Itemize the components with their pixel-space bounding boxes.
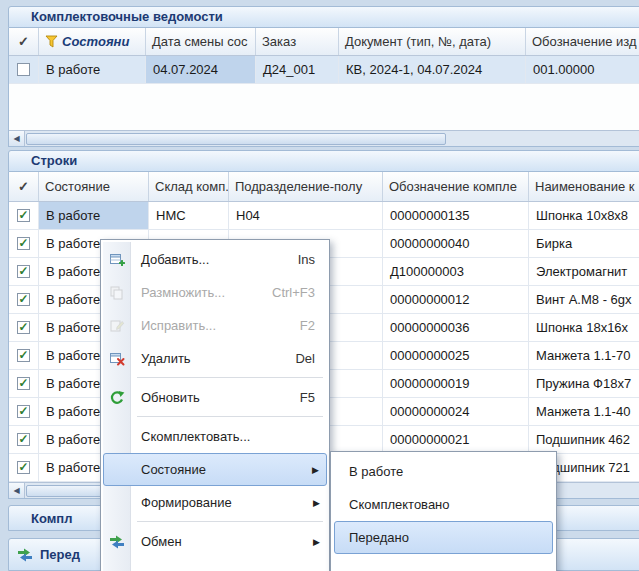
column-header-label: Заказ bbox=[262, 34, 296, 49]
row-checkbox-checked[interactable]: ✓ bbox=[17, 209, 30, 222]
menu-item-label: Состояние bbox=[141, 462, 206, 477]
menu-separator bbox=[137, 521, 323, 522]
cell-designation[interactable]: 00000000024 bbox=[383, 398, 529, 426]
row-checkbox-checked[interactable]: ✓ bbox=[17, 461, 30, 474]
row-checkbox-checked[interactable]: ✓ bbox=[17, 321, 30, 334]
cell-name[interactable]: Электромагнит bbox=[529, 258, 639, 286]
menu-item-label: Добавить... bbox=[141, 252, 209, 267]
cell-designation[interactable]: 001.00000 bbox=[526, 56, 639, 84]
cell-designation[interactable]: Д100000003 bbox=[383, 258, 529, 286]
cell-state[interactable]: В работе bbox=[39, 56, 146, 84]
cell-name[interactable]: Подшипник 462 bbox=[529, 426, 639, 454]
row-select-cell: ✓ bbox=[9, 258, 39, 286]
row-checkbox-checked[interactable]: ✓ bbox=[17, 349, 30, 362]
check-icon: ✓ bbox=[18, 405, 28, 417]
row-checkbox-checked[interactable]: ✓ bbox=[17, 293, 30, 306]
cell-designation[interactable]: 00000000025 bbox=[383, 342, 529, 370]
menu-item-refresh[interactable]: Обновить F5 bbox=[103, 381, 327, 414]
column-header-document[interactable]: Документ (тип, №, дата) bbox=[339, 28, 526, 55]
cell-date-focused[interactable]: 04.07.2024 bbox=[146, 56, 256, 84]
row-checkbox-checked[interactable]: ✓ bbox=[17, 237, 30, 250]
column-header-label: Подразделение-полу bbox=[235, 179, 362, 194]
menu-item-formirovanie[interactable]: Формирование ▶ bbox=[103, 486, 327, 519]
scroll-left-button[interactable]: ◀ bbox=[9, 131, 25, 146]
row-checkbox-checked[interactable]: ✓ bbox=[17, 265, 30, 278]
menu-item-label: В работе bbox=[349, 464, 403, 479]
vedomosti-horizontal-scrollbar[interactable]: ◀ bbox=[9, 130, 639, 146]
check-icon: ✓ bbox=[18, 209, 28, 221]
row-select-cell: ✓ bbox=[9, 454, 39, 482]
cell-name[interactable]: Манжета 1.1-70 bbox=[529, 342, 639, 370]
scroll-left-button[interactable]: ◀ bbox=[9, 483, 25, 498]
menu-item-sostoyanie[interactable]: Состояние ▶ bbox=[103, 453, 327, 486]
submenu-item-peredano[interactable]: Передано bbox=[334, 521, 553, 554]
panel-header-vedomosti[interactable]: Комплектовочные ведомости bbox=[8, 6, 639, 28]
cell-name[interactable]: Шпонка 10x8x8 bbox=[529, 202, 639, 230]
row-checkbox-checked[interactable]: ✓ bbox=[17, 377, 30, 390]
grid-empty-area bbox=[9, 84, 639, 130]
cell-name[interactable]: Винт А.М8 - 6gх bbox=[529, 286, 639, 314]
row-checkbox-checked[interactable]: ✓ bbox=[17, 405, 30, 418]
menu-item-obmen[interactable]: Обмен ▶ bbox=[103, 525, 327, 558]
column-header-date[interactable]: Дата смены сос bbox=[146, 28, 256, 55]
cell-name[interactable]: Пружина Ф18х7 bbox=[529, 370, 639, 398]
scroll-left-icon: ◀ bbox=[13, 134, 19, 143]
select-all-column-header[interactable]: ✓ bbox=[9, 172, 39, 201]
menu-item-shortcut: Ins bbox=[298, 252, 315, 267]
column-header-label: Дата смены сос bbox=[152, 34, 248, 49]
menu-item-skomplektovat[interactable]: Скомплектовать... bbox=[103, 420, 327, 453]
app-window: { "icons": { "check": "✓", "scroll_left"… bbox=[0, 0, 639, 571]
copy-icon bbox=[109, 285, 125, 301]
check-icon: ✓ bbox=[18, 179, 29, 194]
select-all-column-header[interactable]: ✓ bbox=[9, 28, 39, 55]
cell-designation[interactable]: 00000000036 bbox=[383, 314, 529, 342]
refresh-icon bbox=[109, 390, 125, 406]
column-header-state[interactable]: Состояни bbox=[39, 28, 146, 55]
column-header-state[interactable]: Состояние bbox=[39, 172, 149, 201]
scrollbar-thumb[interactable] bbox=[26, 133, 446, 145]
cell-name[interactable]: Шпонка 18x16x bbox=[529, 314, 639, 342]
cell-warehouse[interactable]: НМС bbox=[149, 202, 229, 230]
row-select-cell: ✓ bbox=[9, 398, 39, 426]
check-icon: ✓ bbox=[18, 349, 28, 361]
cell-name[interactable]: Бирка bbox=[529, 230, 639, 258]
column-header-label: Наименование к bbox=[535, 179, 634, 194]
cell-department[interactable]: Н04 bbox=[229, 202, 383, 230]
cell-designation[interactable]: 00000000040 bbox=[383, 230, 529, 258]
cell-designation[interactable]: 00000000019 bbox=[383, 370, 529, 398]
menu-item-shortcut: F5 bbox=[300, 390, 315, 405]
menu-item-delete[interactable]: Удалить Del bbox=[103, 342, 327, 375]
check-icon: ✓ bbox=[18, 237, 28, 249]
check-icon: ✓ bbox=[18, 34, 29, 49]
column-header-name[interactable]: Наименование к bbox=[529, 172, 639, 201]
column-header-designation[interactable]: Обозначение компле bbox=[383, 172, 529, 201]
cell-state-focused[interactable]: В работе bbox=[39, 202, 149, 230]
column-header-order[interactable]: Заказ bbox=[256, 28, 339, 55]
cell-designation[interactable]: 00000000135 bbox=[383, 202, 529, 230]
submenu-arrow-icon: ▶ bbox=[312, 464, 319, 474]
row-checkbox-checked[interactable]: ✓ bbox=[17, 433, 30, 446]
row-checkbox-unchecked[interactable] bbox=[17, 63, 30, 76]
menu-item-add[interactable]: Добавить... Ins bbox=[103, 243, 327, 276]
menu-item-label: Обновить bbox=[141, 390, 200, 405]
submenu-item-skomplektovano[interactable]: Скомплектовано bbox=[334, 488, 553, 521]
edit-icon bbox=[109, 318, 125, 334]
cell-name[interactable]: Манжета 1.1-40 bbox=[529, 398, 639, 426]
stroki-row-1[interactable]: ✓ В работе НМС Н04 00000000135 Шпонка 10… bbox=[9, 202, 639, 230]
column-header-department[interactable]: Подразделение-полу bbox=[229, 172, 383, 201]
cell-designation[interactable]: 00000000021 bbox=[383, 426, 529, 454]
cell-designation[interactable]: 00000000012 bbox=[383, 286, 529, 314]
exchange-icon bbox=[109, 534, 125, 550]
column-header-designation[interactable]: Обозначение изд bbox=[526, 28, 639, 55]
column-header-label: Состояние bbox=[45, 179, 110, 194]
vedomosti-row[interactable]: В работе 04.07.2024 Д24_001 КВ, 2024-1, … bbox=[9, 56, 639, 84]
submenu-item-v-rabote[interactable]: В работе bbox=[334, 455, 553, 488]
column-header-warehouse[interactable]: Склад комп. bbox=[149, 172, 229, 201]
submenu-arrow-icon: ▶ bbox=[313, 497, 320, 507]
check-icon: ✓ bbox=[18, 321, 28, 333]
row-select-cell: ✓ bbox=[9, 314, 39, 342]
panel-header-stroki[interactable]: Строки bbox=[8, 150, 639, 172]
cell-document[interactable]: КВ, 2024-1, 04.07.2024 bbox=[339, 56, 526, 84]
cell-order[interactable]: Д24_001 bbox=[256, 56, 339, 84]
menu-separator bbox=[137, 377, 323, 378]
